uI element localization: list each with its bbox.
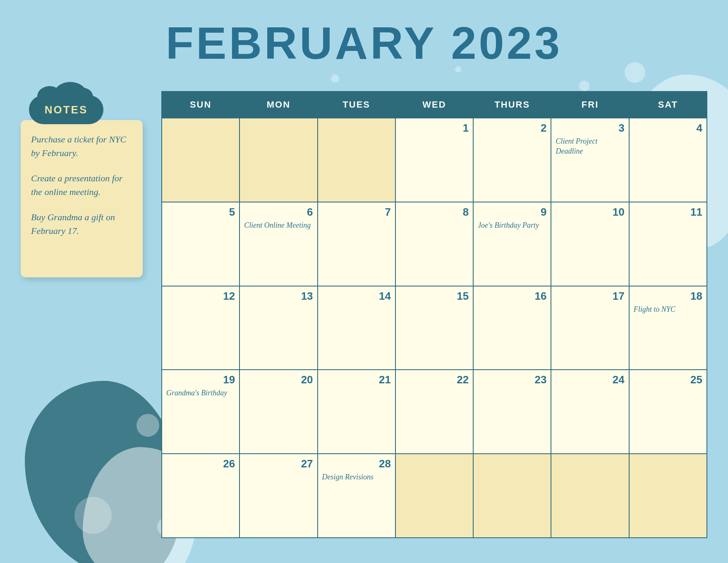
- day-number-8: 8: [400, 206, 469, 219]
- day-number-25: 25: [634, 373, 702, 386]
- calendar-cell-w4-d5: 23: [473, 370, 551, 454]
- event-day-6: Client Online Meeting: [244, 220, 313, 230]
- calendar-cell-w1-d3: [318, 118, 395, 202]
- col-sun: SUN: [162, 91, 239, 118]
- day-number-26: 26: [166, 457, 235, 470]
- event-day-3: Client Project Deadline: [556, 136, 624, 156]
- calendar-cell-w3-d6: 17: [551, 286, 629, 370]
- event-day-9: Joe's Birthday Party: [478, 220, 546, 230]
- calendar-container: SUN MON TUES WED THURS FRI SAT 123Client…: [161, 91, 707, 538]
- calendar-cell-w1-d6: 3Client Project Deadline: [551, 118, 629, 202]
- day-number-11: 11: [634, 206, 702, 219]
- day-number-1: 1: [400, 122, 469, 135]
- day-number-24: 24: [556, 373, 624, 386]
- day-number-22: 22: [400, 373, 469, 386]
- day-number-20: 20: [244, 373, 313, 386]
- calendar-cell-w1-d1: [162, 118, 239, 202]
- day-number-19: 19: [166, 373, 235, 386]
- col-fri: FRI: [551, 91, 629, 118]
- day-number-16: 16: [478, 290, 546, 303]
- calendar-week-2: 56Client Online Meeting789Joe's Birthday…: [162, 202, 707, 286]
- calendar-header-row: SUN MON TUES WED THURS FRI SAT: [162, 91, 707, 118]
- calendar-cell-w2-d2: 6Client Online Meeting: [239, 202, 317, 286]
- calendar-cell-w4-d7: 25: [629, 370, 707, 454]
- col-thurs: THURS: [473, 91, 551, 118]
- day-number-12: 12: [166, 290, 235, 303]
- calendar-cell-w1-d5: 2: [473, 118, 551, 202]
- bubble-10: [74, 497, 112, 534]
- bubble-9: [136, 414, 159, 437]
- calendar-cell-w1-d4: 1: [395, 118, 473, 202]
- calendar-cell-w4-d3: 21: [318, 370, 395, 454]
- calendar-cell-w2-d1: 5: [162, 202, 239, 286]
- calendar-cell-w4-d4: 22: [395, 370, 473, 454]
- calendar-cell-w4-d6: 24: [551, 370, 629, 454]
- col-mon: MON: [239, 91, 317, 118]
- calendar-cell-w5-d3: 28Design Revisions: [318, 454, 395, 538]
- event-day-28: Design Revisions: [322, 472, 391, 482]
- event-day-18: Flight to NYC: [634, 304, 702, 314]
- notes-label: NOTES: [45, 103, 88, 116]
- col-wed: WED: [395, 91, 473, 118]
- calendar-cell-w5-d2: 27: [239, 454, 317, 538]
- note-item-1: Purchase a ticket for NYC by February.: [31, 132, 132, 160]
- day-number-13: 13: [244, 290, 313, 303]
- calendar-cell-w2-d7: 11: [629, 202, 707, 286]
- bubble-12: [331, 75, 339, 83]
- calendar-cell-w2-d6: 10: [551, 202, 629, 286]
- calendar-cell-w1-d2: [239, 118, 317, 202]
- note-item-3: Buy Grandma a gift on February 17.: [31, 210, 132, 238]
- day-number-27: 27: [244, 457, 313, 470]
- bubble-14: [579, 81, 589, 91]
- calendar-cell-w2-d5: 9Joe's Birthday Party: [473, 202, 551, 286]
- day-number-9: 9: [478, 206, 546, 219]
- calendar-cell-w5-d6: [551, 454, 629, 538]
- calendar-cell-w1-d7: 4: [629, 118, 707, 202]
- calendar-cell-w3-d5: 16: [473, 286, 551, 370]
- calendar-cell-w3-d4: 15: [395, 286, 473, 370]
- calendar-cell-w2-d4: 8: [395, 202, 473, 286]
- calendar-cell-w4-d2: 20: [239, 370, 317, 454]
- calendar-cell-w3-d7: 18Flight to NYC: [629, 286, 707, 370]
- notes-card: Purchase a ticket for NYC by February. C…: [21, 120, 143, 277]
- calendar-cell-w3-d1: 12: [162, 286, 239, 370]
- day-number-10: 10: [556, 206, 624, 219]
- day-number-28: 28: [322, 457, 391, 470]
- col-sat: SAT: [629, 91, 707, 118]
- notes-cloud: NOTES: [29, 95, 103, 124]
- day-number-5: 5: [166, 206, 235, 219]
- day-number-4: 4: [634, 122, 702, 135]
- day-number-3: 3: [556, 122, 624, 135]
- note-item-2: Create a presentation for the online mee…: [31, 171, 132, 199]
- day-number-23: 23: [478, 373, 546, 386]
- calendar-week-4: 19Grandma's Birthday202122232425: [162, 370, 707, 454]
- day-number-17: 17: [556, 290, 624, 303]
- day-number-15: 15: [400, 290, 469, 303]
- calendar-cell-w5-d1: 26: [162, 454, 239, 538]
- day-number-21: 21: [322, 373, 391, 386]
- day-number-6: 6: [244, 206, 313, 219]
- day-number-14: 14: [322, 290, 391, 303]
- calendar-cell-w3-d2: 13: [239, 286, 317, 370]
- calendar-cell-w2-d3: 7: [318, 202, 395, 286]
- calendar-week-1: 123Client Project Deadline4: [162, 118, 707, 202]
- calendar-table: SUN MON TUES WED THURS FRI SAT 123Client…: [161, 91, 707, 538]
- calendar-cell-w4-d1: 19Grandma's Birthday: [162, 370, 239, 454]
- calendar-cell-w5-d7: [629, 454, 707, 538]
- calendar-cell-w5-d4: [395, 454, 473, 538]
- day-number-18: 18: [634, 290, 702, 303]
- calendar-week-5: 262728Design Revisions: [162, 454, 707, 538]
- day-number-7: 7: [322, 206, 391, 219]
- day-number-2: 2: [478, 122, 546, 135]
- calendar-week-3: 12131415161718Flight to NYC: [162, 286, 707, 370]
- event-day-19: Grandma's Birthday: [166, 388, 235, 398]
- page-title: FEBRUARY 2023: [0, 17, 728, 69]
- col-tues: TUES: [318, 91, 395, 118]
- calendar-cell-w3-d3: 14: [318, 286, 395, 370]
- calendar-cell-w5-d5: [473, 454, 551, 538]
- notes-section: NOTES Purchase a ticket for NYC by Febru…: [21, 95, 143, 277]
